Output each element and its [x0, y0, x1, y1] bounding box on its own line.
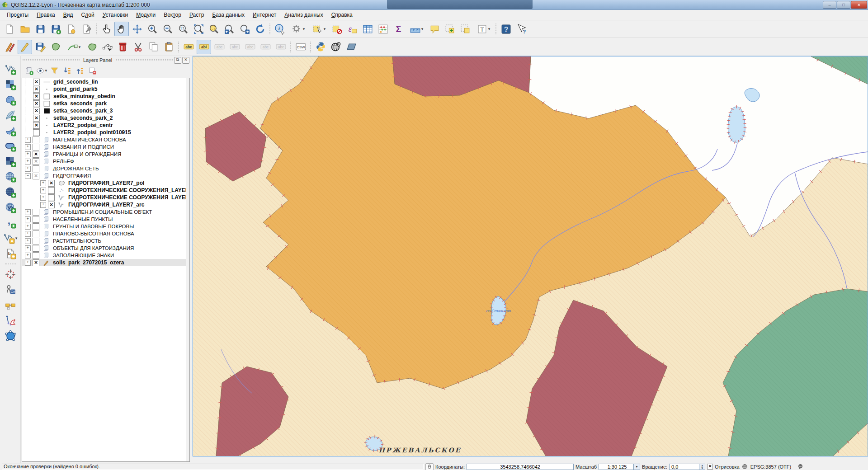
whats-this-button[interactable]: ?	[514, 22, 528, 36]
select-by-expression-button[interactable]: ε	[345, 22, 359, 36]
layer-visibility-checkbox[interactable]	[33, 252, 39, 259]
composer-manager-button[interactable]	[79, 22, 94, 36]
text-annotation-button[interactable]: T▾	[473, 22, 493, 36]
save-layer-edits-button[interactable]	[33, 40, 47, 54]
layer-visibility-checkbox[interactable]	[33, 238, 39, 244]
dropdown-icon[interactable]: ▾	[45, 68, 47, 73]
new-geopackage-layer-button[interactable]: b	[3, 246, 18, 261]
zoom-next-button[interactable]	[237, 22, 252, 36]
identify-features-button[interactable]: i	[273, 22, 287, 36]
open-project-button[interactable]	[18, 22, 32, 36]
run-feature-action-button[interactable]: ▾	[288, 22, 308, 36]
crs-globe-icon[interactable]	[741, 464, 749, 470]
layer-visibility-checkbox[interactable]	[33, 136, 39, 143]
tree-expander-icon[interactable]: +	[25, 253, 31, 258]
layer-visibility-checkbox[interactable]	[33, 223, 39, 230]
add-mssql-layer-button[interactable]	[3, 123, 18, 138]
georeferencer-button[interactable]: C#	[3, 282, 18, 297]
layer-row[interactable]: +×ГИДРОГРАФИЯ_LAYER7_arc	[38, 201, 189, 208]
statistical-summary-button[interactable]: Σ	[391, 22, 406, 36]
add-oracle-layer-button[interactable]	[3, 139, 18, 153]
tree-expander-icon[interactable]: +	[25, 238, 31, 244]
menu-правка[interactable]: Правка	[33, 10, 59, 19]
menu-установки[interactable]: Установки	[99, 10, 132, 19]
python-console-button[interactable]	[313, 40, 328, 54]
csw-catalog-button[interactable]: CSW	[293, 40, 308, 54]
filter-legend-button[interactable]	[48, 65, 60, 76]
cut-features-button[interactable]	[131, 40, 145, 54]
rotation-spinbox[interactable]: 0,0 ▲▼	[669, 464, 705, 470]
new-project-button[interactable]	[2, 22, 17, 36]
layer-group-row[interactable]: +ГРУНТЫ И ЛАВОВЫЕ ПОКРОВЫ	[22, 223, 189, 230]
collapse-all-button[interactable]	[74, 65, 85, 76]
tree-expander-icon[interactable]: +	[25, 209, 31, 215]
add-raster-layer-button[interactable]	[3, 77, 18, 92]
layer-row[interactable]: ×grid_seconds_lin	[22, 78, 189, 85]
close-button[interactable]: ✕	[851, 1, 867, 9]
layer-row[interactable]: +×soils_park_27072015_ozera	[22, 259, 189, 266]
tree-expander-icon[interactable]: +	[25, 144, 31, 150]
coordinates-input[interactable]: 3543258,7466042	[467, 464, 574, 470]
layer-visibility-checkbox[interactable]: ×	[33, 158, 39, 165]
add-ring-button[interactable]	[85, 40, 99, 54]
tree-expander-icon[interactable]: +	[25, 166, 31, 172]
layer-row[interactable]: ×setka_minutnay_obedin	[22, 93, 189, 100]
menu-вектор[interactable]: Вектор	[160, 10, 185, 19]
tree-expander-icon[interactable]: −	[25, 173, 31, 179]
field-calculator-button[interactable]	[376, 22, 390, 36]
measure-button[interactable]: ▾	[406, 22, 426, 36]
menu-слой[interactable]: Слой	[77, 10, 98, 19]
layer-visibility-checkbox[interactable]	[33, 129, 40, 136]
layer-row[interactable]: ×point_grid_park5	[22, 85, 189, 93]
add-group-button[interactable]	[23, 65, 35, 76]
layer-visibility-checkbox[interactable]	[33, 216, 39, 223]
map-canvas[interactable]: оз.Стахнево ПРЖЕВАЛЬСКОЕ	[193, 56, 868, 456]
menu-модули[interactable]: Модули	[132, 10, 160, 19]
layer-visibility-checkbox[interactable]: ×	[33, 108, 40, 114]
dropdown-icon[interactable]: ▾	[324, 27, 326, 31]
layer-row[interactable]: +ГИДРОТЕХНИЧЕСКИЕ СООРУЖЕНИЯ_LAYER9_arc	[38, 194, 189, 201]
deselect-features-button[interactable]	[330, 22, 344, 36]
delete-selected-button[interactable]	[115, 40, 130, 54]
maximize-button[interactable]: □	[837, 1, 850, 9]
coordinate-capture-button[interactable]	[3, 267, 18, 282]
scale-dropdown-icon[interactable]: ▾	[633, 464, 640, 470]
layer-visibility-checkbox[interactable]	[33, 209, 39, 216]
layer-group-row[interactable]: +РАСТИТЕЛЬНОСТЬ	[22, 237, 189, 244]
help-button[interactable]: ?	[499, 22, 513, 36]
add-wms-layer-button[interactable]	[3, 169, 18, 184]
layer-group-row[interactable]: +×ГРАНИЦЫ И ОГРАЖДЕНИЯ	[22, 150, 189, 158]
layer-visibility-checkbox[interactable]: ×	[48, 180, 55, 187]
layer-row[interactable]: ×setka_seconds_park_3	[22, 107, 189, 114]
copy-features-button[interactable]	[146, 40, 160, 54]
layer-visibility-checkbox[interactable]	[48, 194, 55, 201]
diagram-label-button[interactable]: abc	[274, 40, 288, 54]
layer-visibility-checkbox[interactable]: ×	[33, 79, 40, 85]
tree-expander-icon[interactable]: +	[40, 188, 46, 193]
tree-expander-icon[interactable]: +	[40, 180, 46, 186]
rotation-down-icon[interactable]: ▼	[699, 467, 705, 470]
zoom-to-selection-button[interactable]	[207, 22, 221, 36]
show-bookmarks-button[interactable]	[458, 22, 472, 36]
float-panel-button[interactable]: ⧉	[174, 57, 181, 64]
select-features-button[interactable]: ▾	[309, 22, 329, 36]
add-db2-layer-button[interactable]	[3, 154, 18, 169]
layer-visibility-checkbox[interactable]: ×	[33, 115, 40, 122]
move-label-button[interactable]: abc	[227, 40, 242, 54]
tree-expander-icon[interactable]: +	[25, 260, 31, 266]
layer-row[interactable]: ×setka_seconds_park	[22, 100, 189, 107]
refresh-map-button[interactable]	[253, 22, 267, 36]
layer-row[interactable]: ×LAYER2_podpisi_centr	[22, 122, 189, 129]
layer-row[interactable]: +×ГИДРОГРАФИЯ_LAYER7_pol	[38, 179, 189, 187]
tree-expander-icon[interactable]: +	[25, 216, 31, 222]
zoom-in-button[interactable]	[145, 22, 160, 36]
zoom-out-button[interactable]	[160, 22, 175, 36]
dropdown-icon[interactable]: ▾	[15, 236, 18, 240]
layer-group-row[interactable]: +×РЕЛЬЕФ	[22, 158, 189, 165]
mouse-position-icon[interactable]	[425, 463, 434, 470]
new-bookmark-button[interactable]	[443, 22, 457, 36]
manage-layer-visibility-button[interactable]: ▾	[36, 65, 47, 76]
scale-combobox[interactable]: 1:30 125 ▾	[599, 464, 640, 470]
touch-zoom-pan-button[interactable]	[99, 22, 113, 36]
menu-проекты[interactable]: Проекты	[3, 10, 33, 19]
